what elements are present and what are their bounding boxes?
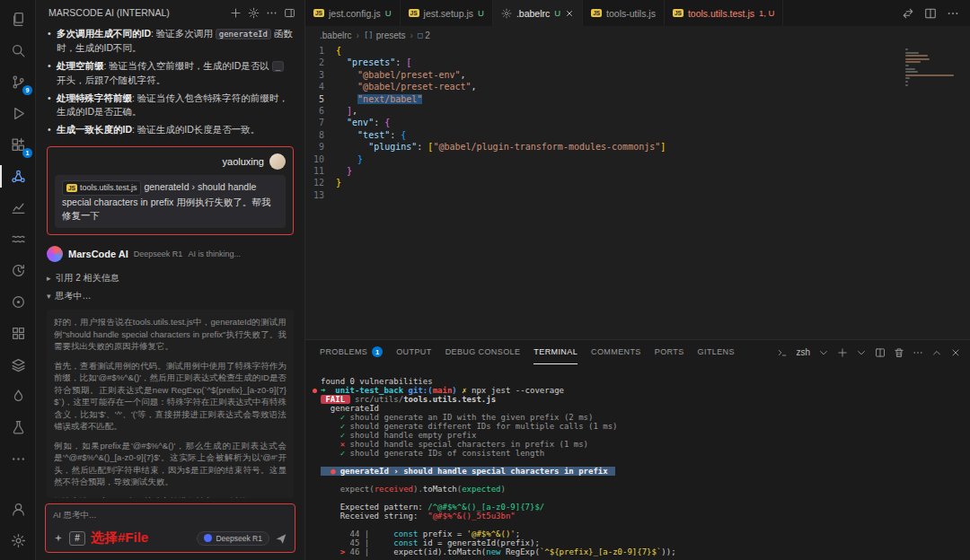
panel-tab-ports[interactable]: PORTS xyxy=(655,340,684,364)
sparkle-icon[interactable] xyxy=(53,533,64,544)
new-terminal-icon[interactable] xyxy=(837,347,848,358)
shell-name[interactable]: zsh xyxy=(796,347,810,357)
breadcrumb-item[interactable]: []presets xyxy=(364,31,406,40)
code-line[interactable]: 13 xyxy=(305,189,970,201)
secondary-sidebar-icon[interactable] xyxy=(284,7,295,19)
line-number: 12 xyxy=(305,177,336,188)
code-line[interactable]: 12} xyxy=(305,177,970,188)
split-editor-icon[interactable] xyxy=(924,7,937,20)
terminal-output[interactable]: found 0 vulnerabilities➜ unit-test_back … xyxy=(305,364,970,560)
test-case-list: 多次调用生成不同的ID: 验证多次调用 generateId 函数时，生成的ID… xyxy=(47,27,294,141)
sidebar-title: MARSCODE AI (INTERNAL) xyxy=(48,7,230,18)
activity-dashboard[interactable] xyxy=(0,318,36,349)
code-text: "plugins": ["@babel/plugin-transform-mod… xyxy=(336,141,666,153)
close-panel-icon[interactable] xyxy=(950,347,961,358)
minimap[interactable] xyxy=(905,48,956,91)
code-line[interactable]: 9 "plugins": ["@babel/plugin-transform-m… xyxy=(305,141,970,153)
breadcrumb-separator: › xyxy=(357,31,359,40)
code-line[interactable]: 8 "test": { xyxy=(305,129,970,141)
activity-layers[interactable] xyxy=(0,349,36,381)
code-line[interactable]: 4 "@babel/preset-react", xyxy=(305,81,970,92)
code-area[interactable]: 1{2 "presets": [3 "@babel/preset-env",4 … xyxy=(305,45,970,201)
sidebar-header: MARSCODE AI (INTERNAL) xyxy=(36,0,304,23)
activity-testing[interactable] xyxy=(0,412,36,443)
close-tab-icon[interactable] xyxy=(565,9,574,18)
editor-tab-jest.config.js[interactable]: JSjest.config.jsU xyxy=(305,0,401,26)
activity-source-control[interactable]: 9 xyxy=(0,66,36,98)
more-icon xyxy=(11,451,26,467)
activity-account[interactable] xyxy=(0,494,36,525)
terminal-line-text: ✕ should handle special characters in pr… xyxy=(321,440,588,449)
hash-file-button[interactable]: # xyxy=(69,531,85,546)
panel-tab-gitlens[interactable]: GITLENS xyxy=(698,340,735,364)
terminal-line-text: Received string: "@#$%^&()_5t5u3bn" xyxy=(321,512,516,521)
maximize-panel-icon[interactable] xyxy=(931,347,942,358)
editor-more-icon[interactable] xyxy=(947,7,959,20)
panel-tab-terminal[interactable]: TERMINAL xyxy=(534,340,578,364)
terminal-line-text: 45 | const id = generateId(prefix); xyxy=(321,538,540,547)
chat-more-icon[interactable] xyxy=(266,7,278,19)
activity-more[interactable] xyxy=(0,443,36,475)
file-chip[interactable]: JStools.utils.test.js xyxy=(62,180,141,196)
activity-settings[interactable] xyxy=(0,525,36,556)
kill-terminal-icon[interactable] xyxy=(894,347,904,358)
editor-tab-tools-utils.js[interactable]: JStools-utils.js xyxy=(583,0,665,26)
code-line[interactable]: 7 "env": { xyxy=(305,117,970,128)
code-line[interactable]: 11 } xyxy=(305,165,970,177)
split-terminal-icon[interactable] xyxy=(875,347,886,358)
chat-input-area[interactable]: AI 思考中... # 选择#File Deepseek R1 xyxy=(45,503,295,553)
code-line[interactable]: 1{ xyxy=(305,45,970,57)
references-toggle[interactable]: ▸ 引用 2 相关信息 xyxy=(47,272,294,284)
editor-group: JSjest.config.jsUJSjest.setup.jsU.babelr… xyxy=(305,0,970,560)
terminal-profile-icon[interactable] xyxy=(856,347,867,358)
activity-extensions[interactable]: 1 xyxy=(0,129,36,161)
activity-history[interactable] xyxy=(0,255,36,286)
activity-metrics[interactable] xyxy=(0,192,36,223)
thinking-toggle[interactable]: ▾ 思考中… xyxy=(47,290,294,302)
activity-explorer[interactable] xyxy=(0,4,36,35)
terminal-line-text: ● generateId › should handle special cha… xyxy=(321,467,615,476)
activity-run-debug[interactable] xyxy=(0,98,36,129)
testing-icon xyxy=(11,420,26,435)
code-line[interactable]: 2 "presets": [ xyxy=(305,57,970,68)
send-button[interactable] xyxy=(275,532,287,545)
shell-dropdown-icon[interactable] xyxy=(818,347,829,358)
panel-tab-comments[interactable]: COMMENTS xyxy=(591,340,641,364)
code-text: { xyxy=(336,45,341,57)
terminal-line: > 46 | expect(id).toMatch(new RegExp(`^$… xyxy=(312,547,970,556)
terminal-line: FAIL src/utils/tools.utils.test.js xyxy=(312,395,970,404)
panel-tab-problems[interactable]: PROBLEMS1 xyxy=(320,340,383,364)
status-icon xyxy=(11,294,26,310)
panel-tab-debug-console[interactable]: DEBUG CONSOLE xyxy=(445,340,521,364)
minimap-line xyxy=(905,65,909,66)
editor-tab-.babelrc[interactable]: .babelrcU xyxy=(493,0,583,26)
model-selector[interactable]: Deepseek R1 xyxy=(197,531,269,546)
code-line[interactable]: 5 "next/babel" xyxy=(305,93,970,105)
code-line[interactable]: 6 ], xyxy=(305,105,970,117)
chat-settings-icon[interactable] xyxy=(248,7,260,19)
history-icon xyxy=(11,263,26,278)
chat-scroll-area[interactable]: 多次调用生成不同的ID: 验证多次调用 generateId 函数时，生成的ID… xyxy=(36,23,304,498)
tab-git-status: U xyxy=(554,8,560,18)
activity-flows[interactable] xyxy=(0,223,36,255)
panel-more-icon[interactable] xyxy=(913,347,923,358)
breadcrumb-item[interactable]: .babelrc xyxy=(320,31,352,40)
activity-marscode-ai[interactable] xyxy=(0,161,36,192)
code-line[interactable]: 3 "@babel/preset-env", xyxy=(305,69,970,81)
code-text: ], xyxy=(336,105,357,117)
editor-tab-jest.setup.js[interactable]: JSjest.setup.jsU xyxy=(401,0,493,26)
terminal-line: ✓ should generate different IDs for mult… xyxy=(312,422,970,431)
terminal-line: expect(received).toMatch(expected) xyxy=(312,485,970,494)
activity-performance[interactable] xyxy=(0,381,36,412)
compare-changes-icon[interactable] xyxy=(902,7,914,20)
user-name: yaoluxing xyxy=(223,156,264,167)
js-file-icon: JS xyxy=(591,9,602,17)
code-line[interactable]: 10 } xyxy=(305,153,970,165)
new-chat-icon[interactable] xyxy=(230,7,242,19)
editor-tab-tools.utils.test.js[interactable]: JStools.utils.test.js1, U xyxy=(665,0,784,26)
activity-search[interactable] xyxy=(0,35,36,66)
activity-status[interactable] xyxy=(0,286,36,318)
terminal-line xyxy=(312,458,970,467)
panel-tab-output[interactable]: OUTPUT xyxy=(396,340,431,364)
breadcrumb-item[interactable]: □2 xyxy=(418,31,430,40)
